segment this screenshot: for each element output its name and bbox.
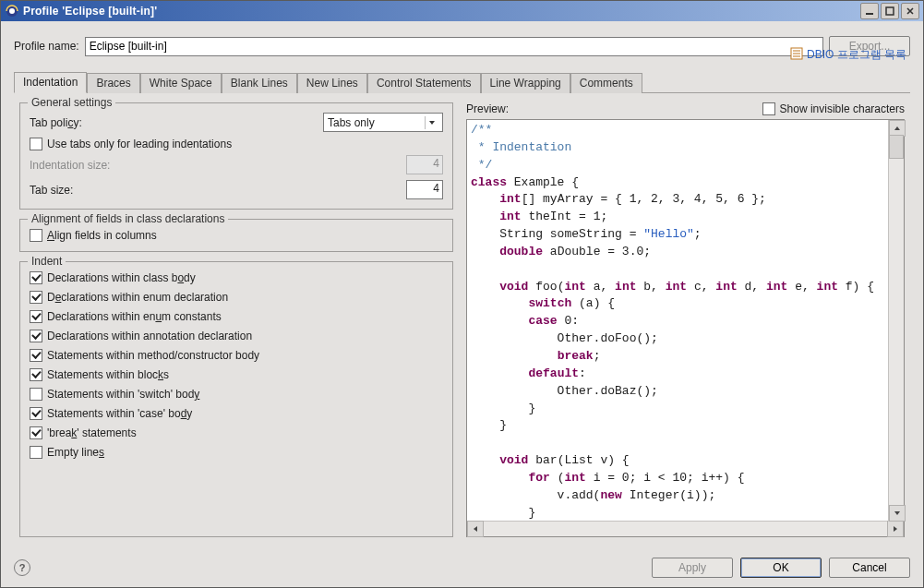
indent-checkbox-1[interactable]: Declarations within enum declaration <box>30 291 443 304</box>
indent-group: Indent Declarations within class bodyDec… <box>19 261 453 537</box>
general-settings-legend: General settings <box>28 96 115 109</box>
cancel-button[interactable]: Cancel <box>829 558 910 578</box>
list-icon <box>790 47 803 63</box>
checkbox-icon <box>30 426 42 439</box>
indent-checkbox-6[interactable]: Statements within 'switch' body <box>30 388 443 401</box>
header-link[interactable]: DBIO 프로그램 목록 <box>790 47 906 63</box>
svg-rect-3 <box>886 7 894 15</box>
tab-braces[interactable]: Braces <box>87 73 139 93</box>
vertical-scrollbar[interactable] <box>888 120 904 522</box>
maximize-button[interactable] <box>881 3 899 19</box>
indent-checkbox-3[interactable]: Declarations within annotation declarati… <box>30 330 443 342</box>
align-fields-checkbox[interactable]: Align fields in columns <box>30 229 443 242</box>
svg-rect-2 <box>866 13 873 15</box>
horizontal-scrollbar[interactable] <box>467 521 904 536</box>
indentation-size-input: 4 <box>406 155 443 174</box>
checkbox-icon <box>30 310 42 323</box>
tab-policy-select[interactable]: Tabs only <box>323 113 443 132</box>
use-tabs-leading-checkbox[interactable]: Use tabs only for leading indentations <box>30 138 443 150</box>
profile-name-label: Profile name: <box>14 40 79 53</box>
scroll-thumb[interactable] <box>889 135 904 159</box>
tab-new-lines[interactable]: New Lines <box>297 73 367 93</box>
checkbox-icon <box>30 388 42 401</box>
indent-legend: Indent <box>28 255 66 268</box>
svg-point-1 <box>9 8 15 14</box>
indent-checkbox-9[interactable]: Empty lines <box>30 446 443 459</box>
tab-policy-label: Tab policy: <box>30 116 323 129</box>
indent-checkbox-8[interactable]: 'break' statements <box>30 426 443 439</box>
checkbox-icon <box>30 349 42 362</box>
code-preview[interactable]: /** * Indentation */ class Example { int… <box>467 120 904 521</box>
tab-comments[interactable]: Comments <box>570 73 642 93</box>
titlebar: Profile 'Eclipse [built-in]' <box>1 1 923 21</box>
scroll-down-icon[interactable] <box>889 505 906 522</box>
scroll-right-icon[interactable] <box>887 521 904 537</box>
app-icon <box>5 4 19 18</box>
checkbox-icon <box>30 407 42 420</box>
checkbox-icon <box>30 446 42 459</box>
tab-control-statements[interactable]: Control Statements <box>367 73 481 93</box>
minimize-button[interactable] <box>860 3 879 19</box>
preview-box: /** * Indentation */ class Example { int… <box>466 119 905 537</box>
checkbox-icon <box>30 138 42 150</box>
indentation-size-label: Indentation size: <box>30 159 406 172</box>
checkbox-icon <box>30 330 42 342</box>
checkbox-icon <box>762 102 775 115</box>
tab-size-label: Tab size: <box>30 184 406 197</box>
close-button[interactable] <box>901 3 919 19</box>
indent-checkbox-5[interactable]: Statements within blocks <box>30 368 443 381</box>
help-icon[interactable]: ? <box>14 559 30 576</box>
checkbox-icon <box>30 271 42 284</box>
tab-white-space[interactable]: White Space <box>140 73 222 93</box>
indent-checkbox-4[interactable]: Statements within method/constructor bod… <box>30 349 443 362</box>
dialog-window: Profile 'Eclipse [built-in]' DBIO 프로그램 목… <box>0 0 924 588</box>
indent-checkbox-0[interactable]: Declarations within class body <box>30 271 443 284</box>
show-invisible-checkbox[interactable]: Show invisible characters <box>762 102 905 115</box>
profile-name-input[interactable] <box>85 37 823 56</box>
indent-checkbox-2[interactable]: Declarations within enum constants <box>30 310 443 323</box>
chevron-down-icon <box>425 116 438 129</box>
general-settings-group: General settings Tab policy: Tabs only U… <box>19 102 453 210</box>
checkbox-icon <box>30 291 42 304</box>
alignment-group: Alignment of fields in class declaration… <box>19 219 453 252</box>
tab-indentation[interactable]: Indentation <box>14 72 87 93</box>
tab-size-input[interactable]: 4 <box>406 180 443 199</box>
preview-label: Preview: <box>466 102 762 115</box>
apply-button[interactable]: Apply <box>652 558 733 578</box>
tab-line-wrapping[interactable]: Line Wrapping <box>481 73 570 93</box>
indent-checkbox-7[interactable]: Statements within 'case' body <box>30 407 443 420</box>
alignment-legend: Alignment of fields in class declaration… <box>28 212 228 225</box>
scroll-left-icon[interactable] <box>467 521 484 537</box>
tab-blank-lines[interactable]: Blank Lines <box>222 73 297 93</box>
checkbox-icon <box>30 368 42 381</box>
window-title: Profile 'Eclipse [built-in]' <box>23 5 860 18</box>
tabstrip: Indentation Braces White Space Blank Lin… <box>14 71 910 93</box>
ok-button[interactable]: OK <box>740 558 822 578</box>
checkbox-icon <box>30 229 42 242</box>
